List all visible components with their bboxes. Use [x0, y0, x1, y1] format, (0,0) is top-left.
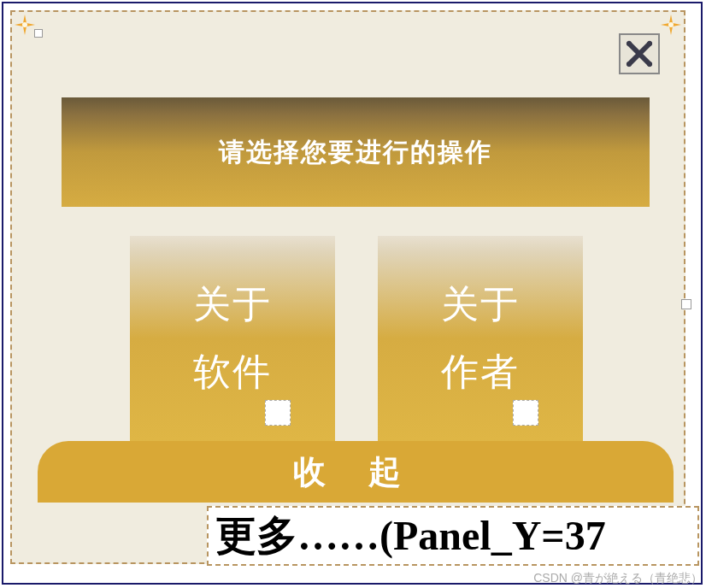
about-software-button[interactable]: 关于 软件 — [130, 236, 335, 441]
header-panel: 请选择您要进行的操作 — [62, 97, 650, 207]
close-button[interactable] — [619, 33, 660, 74]
about-author-button[interactable]: 关于 作者 — [378, 236, 583, 441]
sparkle-decoration-icon — [661, 15, 681, 35]
close-icon — [624, 38, 655, 69]
option-text-line: 软件 — [193, 338, 272, 406]
main-dialog-panel: 请选择您要进行的操作 关于 软件 关于 作者 收 起 更多……(Panel_Y=… — [10, 10, 685, 564]
svg-point-1 — [668, 22, 674, 27]
selection-handle — [34, 29, 43, 38]
svg-point-4 — [627, 62, 632, 67]
option-text-line: 作者 — [441, 338, 520, 406]
selection-handle — [681, 299, 691, 309]
collapse-button[interactable]: 收 起 — [38, 441, 674, 503]
more-panel-label[interactable]: 更多……(Panel_Y=37 — [207, 506, 699, 566]
more-text: 更多……(Panel_Y=37 — [215, 509, 606, 563]
selection-handle — [265, 400, 291, 426]
svg-point-2 — [627, 41, 632, 46]
collapse-label: 收 起 — [293, 450, 418, 494]
svg-point-0 — [22, 22, 27, 27]
watermark-text: CSDN @青が絶える（青绝悲） — [533, 571, 703, 586]
option-text-line: 关于 — [441, 271, 520, 338]
selection-handle — [513, 400, 538, 426]
option-text-line: 关于 — [193, 271, 272, 338]
sparkle-decoration-icon — [15, 15, 35, 35]
svg-point-3 — [647, 41, 652, 46]
header-title: 请选择您要进行的操作 — [219, 135, 492, 170]
svg-point-5 — [647, 62, 652, 67]
